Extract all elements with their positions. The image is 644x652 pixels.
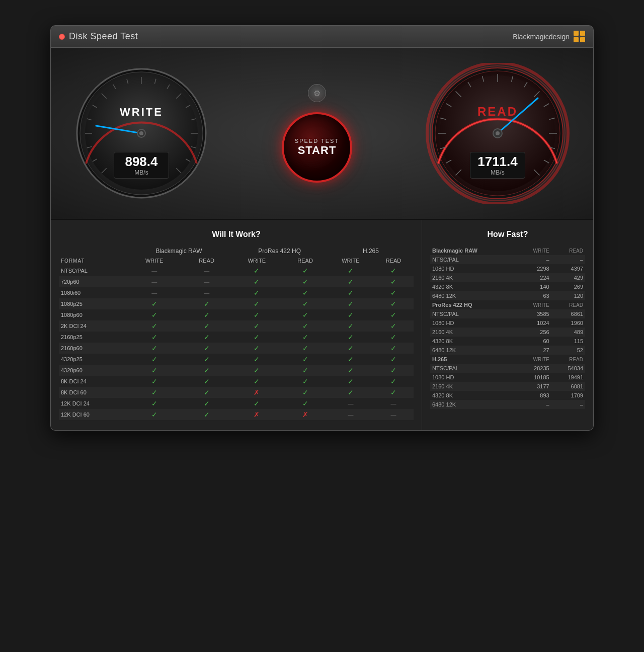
brand-logo-sq1: [574, 31, 579, 36]
table-row: 2160p60 ✓ ✓ ✓ ✓ ✓ ✓: [59, 343, 414, 354]
check-icon: ✓: [254, 333, 260, 341]
read-value-box: 1711.4 MB/s: [470, 152, 525, 179]
check-icon: ✓: [254, 289, 260, 297]
check-icon: ✓: [390, 377, 396, 385]
check-icon: ✓: [204, 399, 210, 408]
check-icon: ✓: [204, 355, 210, 363]
bottom-section: Will It Work? Blackmagic RAW ProRes 422 …: [51, 220, 593, 430]
h265-read-cell: ✓: [373, 354, 414, 365]
check-icon: ✓: [151, 333, 157, 341]
hf-row-label: 4320 8K: [430, 337, 516, 346]
braw-read-cell: ✓: [182, 354, 231, 365]
pres-write-cell: ✗: [231, 409, 283, 420]
check-icon: ✓: [151, 322, 157, 330]
h265-read-cell: ✓: [373, 387, 414, 398]
start-button[interactable]: SPEED TEST START: [282, 112, 352, 183]
table-row: 8K DCI 24 ✓ ✓ ✓ ✓ ✓ ✓: [59, 376, 414, 387]
check-icon: ✓: [151, 377, 157, 385]
check-icon: ✓: [390, 300, 396, 308]
row-label: 1080i60: [59, 287, 127, 298]
hf-row-label: 1080 HD: [430, 318, 516, 328]
check-icon: ✓: [348, 322, 354, 330]
hf-write-val: 3177: [516, 382, 551, 391]
pres-read-cell: ✓: [282, 343, 328, 354]
h265-write-cell: ✓: [328, 309, 373, 320]
how-fast-panel: How Fast? Blackmagic RAW WRITE READ NTSC…: [422, 220, 593, 430]
row-label: 1080p25: [59, 298, 127, 309]
pres-read-cell: ✓: [282, 354, 328, 365]
hf-row-label: 1080 HD: [430, 373, 516, 382]
check-icon: ✓: [302, 311, 308, 319]
hf-read-val: 54034: [551, 364, 585, 373]
brand-logo: [574, 31, 585, 42]
col-braw: Blackmagic RAW: [127, 246, 231, 256]
check-icon: ✓: [254, 344, 260, 352]
check-icon: ✓: [302, 366, 308, 374]
check-icon: ✓: [302, 267, 308, 275]
h265-write-cell: —: [328, 409, 373, 420]
how-fast-group-header: H.265 WRITE READ: [430, 355, 585, 364]
hf-read-val: 1709: [551, 391, 585, 400]
close-button[interactable]: [59, 34, 65, 40]
braw-read-cell: ✓: [182, 343, 231, 354]
how-fast-row: 2160 4K 256 489: [430, 328, 585, 337]
check-icon: ✓: [204, 311, 210, 319]
check-icon: ✓: [204, 300, 210, 308]
hf-read-val: 6861: [551, 309, 585, 318]
settings-button[interactable]: ⚙: [308, 84, 326, 102]
check-icon: ✓: [390, 311, 396, 319]
row-label: 4320p60: [59, 365, 127, 376]
cross-icon: ✗: [254, 388, 260, 396]
check-icon: ✓: [151, 399, 157, 408]
h265-read-cell: ✓: [373, 332, 414, 343]
h265-write-cell: ✓: [328, 376, 373, 387]
braw-read-cell: —: [182, 265, 231, 276]
how-fast-row: 4320 8K 60 115: [430, 337, 585, 346]
table-row: 12K DCI 24 ✓ ✓ ✓ ✓ — —: [59, 398, 414, 409]
pres-read-cell: ✓: [282, 298, 328, 309]
check-icon: ✓: [254, 278, 260, 286]
hf-write-val: 3585: [516, 309, 551, 318]
check-icon: ✓: [348, 300, 354, 308]
table-row: 8K DCI 60 ✓ ✓ ✗ ✓ ✓ ✓: [59, 387, 414, 398]
braw-read-cell: ✓: [182, 409, 231, 420]
pres-write-cell: ✗: [231, 387, 283, 398]
read-value: 1711.4: [476, 154, 519, 169]
dash-icon: —: [390, 400, 396, 406]
how-fast-table: Blackmagic RAW WRITE READ NTSC/PAL – – 1…: [430, 246, 585, 409]
check-icon: ✓: [348, 355, 354, 363]
brand-area: Blackmagicdesign: [513, 31, 585, 42]
check-icon: ✓: [151, 388, 157, 396]
check-icon: ✓: [204, 333, 210, 341]
how-fast-row: 2160 4K 224 429: [430, 273, 585, 282]
row-label: 720p60: [59, 276, 127, 287]
hf-read-val: 6081: [551, 382, 585, 391]
h265-write-cell: ✓: [328, 298, 373, 309]
row-label: NTSC/PAL: [59, 265, 127, 276]
dash-icon: —: [151, 279, 157, 285]
how-fast-group-header: ProRes 422 HQ WRITE READ: [430, 300, 585, 309]
dash-icon: —: [151, 268, 157, 274]
h265-read-cell: ✓: [373, 276, 414, 287]
hf-write-val: 1024: [516, 318, 551, 328]
check-icon: ✓: [302, 300, 308, 308]
how-fast-row: 1080 HD 2298 4397: [430, 264, 585, 273]
how-fast-row: 6480 12K 27 52: [430, 346, 585, 355]
braw-read-cell: ✓: [182, 298, 231, 309]
check-icon: ✓: [390, 355, 396, 363]
hf-row-label: 1080 HD: [430, 264, 516, 273]
braw-read-cell: ✓: [182, 376, 231, 387]
col-h265: H.265: [328, 246, 414, 256]
check-icon: ✓: [302, 333, 308, 341]
check-icon: ✓: [390, 388, 396, 396]
pres-write-cell: ✓: [231, 276, 283, 287]
hf-write-val: –: [516, 400, 551, 409]
braw-read-cell: ✓: [182, 320, 231, 332]
check-icon: ✓: [254, 311, 260, 319]
write-col-header: WRITE: [516, 246, 551, 255]
center-controls: ⚙ SPEED TEST START: [282, 84, 352, 183]
h265-write-cell: —: [328, 398, 373, 409]
check-icon: ✓: [204, 344, 210, 352]
app-window: Disk Speed Test Blackmagicdesign: [50, 25, 594, 431]
hf-write-val: 60: [516, 337, 551, 346]
